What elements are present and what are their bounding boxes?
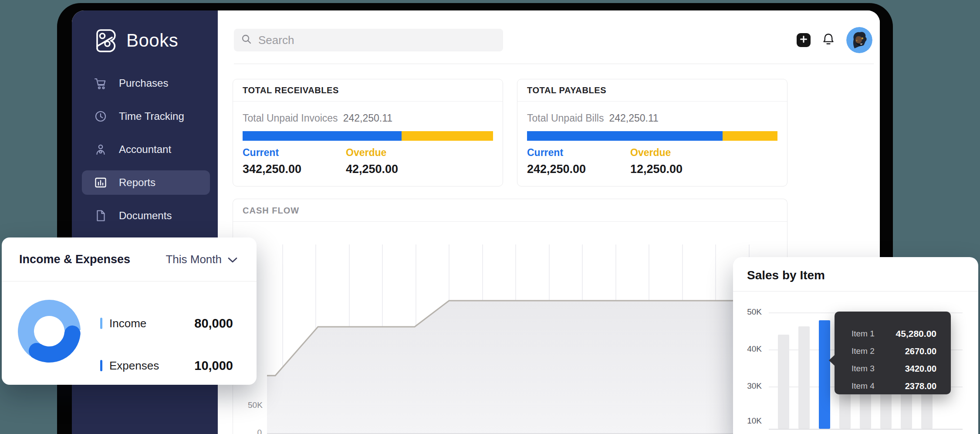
sidebar-item-reports[interactable]: Reports [82,170,210,195]
expenses-legend-tick [100,360,102,371]
receivables-current-segment [243,131,402,141]
sidebar-item-documents[interactable]: Documents [82,203,210,228]
overdue-value: 12,250.00 [630,163,683,176]
payables-current: Current 242,250.00 [527,147,586,176]
cashflow-tick-0: 0 [248,428,262,434]
app-title: Books [126,30,178,51]
period-selector[interactable]: This Month [166,253,237,266]
bar-item[interactable] [901,393,912,429]
current-label: Current [527,147,586,159]
tooltip-item-label: Item 4 [852,381,875,391]
search-icon [241,34,252,47]
tooltip-item-value: 2670.00 [905,346,936,356]
sidebar-nav: Purchases Time Tracking [72,71,218,228]
page: Books Purchases [0,0,980,434]
receivables-subtitle: Total Unpaid Invoices 242,250.11 [243,112,392,124]
bar-item[interactable] [778,335,789,429]
accountant-icon [94,142,108,156]
sidebar-item-accountant[interactable]: Accountant [82,137,210,162]
app-logo: Books [91,26,218,55]
bar-chart-icon [94,176,108,190]
clock-icon [94,109,108,123]
sidebar-item-label: Documents [119,210,172,222]
topbar-actions [797,26,872,54]
payables-subtitle-value: 242,250.11 [609,112,658,124]
payables-subtitle: Total Unpaid Bills 242,250.11 [527,112,659,124]
sidebar-item-label: Purchases [119,77,168,89]
tooltip-item-label: Item 2 [852,346,875,356]
payables-progress-bar [527,131,777,141]
sales-by-item-card: Sales by Item 50K 40K 30K 10K Item 1 45,… [733,257,978,434]
sidebar-item-label: Reports [119,176,155,189]
income-expenses-header: Income & Expenses This Month [2,237,257,281]
overdue-label: Overdue [630,147,683,159]
overdue-value: 42,250.00 [346,163,398,176]
current-value: 242,250.00 [527,163,586,176]
income-expenses-divider [2,281,257,281]
receivables-subtitle-label: Total Unpaid Invoices [243,112,338,124]
bar-item[interactable] [880,393,892,429]
avatar[interactable] [846,27,872,53]
payables-title: TOTAL PAYABLES [517,79,787,102]
income-legend-tick [100,318,102,329]
tooltip-row: Item 4 2378.00 [852,377,936,395]
bar-item[interactable] [839,393,851,429]
payables-overdue: Overdue 12,250.00 [630,147,683,176]
tooltip-row: Item 2 2670.00 [852,342,936,360]
cash-flow-title: CASH FLOW [233,199,787,222]
topbar-divider [234,64,874,64]
sidebar-item-purchases[interactable]: Purchases [82,71,210,95]
bell-icon[interactable] [822,32,835,48]
receivables-subtitle-value: 242,250.11 [343,112,392,124]
sales-bar-chart: 50K 40K 30K 10K Item 1 45,280.00 [733,291,978,434]
income-expenses-card: Income & Expenses This Month Income 80,0… [2,237,257,385]
plus-icon [799,35,808,45]
search-placeholder: Search [258,34,294,47]
sales-tick-10k: 10K [737,416,762,426]
chevron-down-icon [228,253,237,266]
tooltip-item-label: Item 1 [852,329,875,339]
sidebar-item-time-tracking[interactable]: Time Tracking [82,104,210,129]
sales-title: Sales by Item [733,257,978,282]
tooltip-row: Item 1 45,280.00 [852,325,936,342]
income-expenses-donut-chart [17,298,82,364]
cash-flow-card: CASH FLOW 50K 0 [233,199,787,434]
add-button[interactable] [797,33,811,47]
bar-item[interactable] [921,393,933,429]
current-label: Current [243,147,301,159]
sidebar-item-label: Accountant [119,143,171,156]
payables-current-segment [527,131,723,141]
chart-tooltip: Item 1 45,280.00 Item 2 2670.00 Item 3 3… [835,312,951,394]
overdue-label: Overdue [346,147,398,159]
tooltip-item-value: 45,280.00 [896,329,936,339]
income-expenses-title: Income & Expenses [19,253,130,266]
bar-item-highlighted[interactable] [819,320,830,429]
document-icon [94,209,108,223]
bar-item[interactable] [798,326,810,429]
tooltip-item-label: Item 3 [852,364,875,373]
expenses-value: 10,000 [194,359,233,373]
sidebar-item-label: Time Tracking [119,110,184,122]
receivables-overdue: Overdue 42,250.00 [346,147,398,176]
expenses-label: Expenses [109,359,159,373]
current-value: 342,250.00 [243,163,301,176]
cart-icon [94,76,108,90]
total-payables-card: TOTAL PAYABLES Total Unpaid Bills 242,25… [517,79,787,186]
income-label: Income [109,317,146,330]
payables-subtitle-label: Total Unpaid Bills [527,112,604,124]
period-label: This Month [166,253,222,266]
search-input[interactable]: Search [234,29,503,51]
bar-item[interactable] [860,393,871,429]
tooltip-item-value: 3420.00 [905,364,936,374]
books-logo-icon [91,27,118,54]
total-receivables-card: TOTAL RECEIVABLES Total Unpaid Invoices … [233,79,503,186]
legend-row-income: Income 80,000 [100,316,233,331]
payables-overdue-segment [723,131,778,141]
sales-tick-30k: 30K [737,381,762,391]
receivables-current: Current 342,250.00 [243,147,301,176]
sales-tick-50k: 50K [737,307,762,317]
tooltip-row: Item 3 3420.00 [852,360,936,377]
sales-tick-40k: 40K [737,344,762,354]
tooltip-item-value: 2378.00 [905,381,936,391]
cashflow-tick-50k: 50K [248,400,262,410]
